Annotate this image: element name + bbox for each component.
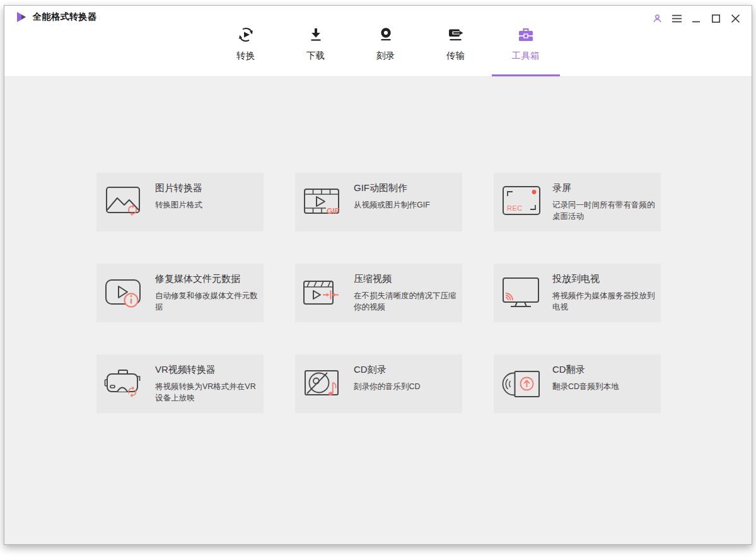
image-converter-icon (103, 184, 151, 221)
compress-video-icon (301, 275, 349, 312)
cd-rip-icon (500, 366, 548, 402)
card-cast-to-tv[interactable]: 投放到电视 将视频作为媒体服务器投放到电视 (494, 264, 661, 322)
card-image-converter[interactable]: 图片转换器 转换图片格式 (96, 173, 264, 231)
tab-burn[interactable]: 刻录 (352, 25, 420, 76)
toolbox-icon (516, 26, 535, 45)
convert-icon (236, 26, 255, 45)
card-text: VR视频转换器 将视频转换为VR格式并在VR设备上放映 (155, 354, 262, 413)
card-fix-metadata[interactable]: 修复媒体文件元数据 自动修复和修改媒体文件元数据 (96, 264, 264, 322)
tab-download[interactable]: 下载 (282, 25, 350, 76)
card-cd-burn[interactable]: CD刻录 刻录你的音乐到CD (295, 354, 462, 413)
card-desc: 转换图片格式 (155, 199, 260, 211)
card-text: CD翻录 翻录CD音频到本地 (552, 354, 660, 413)
tab-label: 转换 (236, 50, 255, 62)
tab-label: 传输 (446, 50, 465, 62)
main-nav: 转换 下载 刻录 (20, 25, 752, 76)
card-desc: 从视频或图片制作GIF (354, 199, 458, 211)
card-gif-maker[interactable]: GIF GIF动图制作 从视频或图片制作GIF (295, 173, 462, 231)
tab-convert[interactable]: 转换 (212, 25, 280, 76)
card-desc: 记录同一时间所有带有音频的桌面活动 (552, 199, 657, 222)
card-title: VR视频转换器 (155, 364, 262, 375)
tab-transfer[interactable]: 传输 (422, 25, 490, 76)
screen-recorder-icon: REC (500, 184, 548, 221)
card-title: CD翻录 (552, 364, 660, 375)
card-desc: 翻录CD音频到本地 (552, 381, 657, 392)
tab-label: 工具箱 (512, 50, 540, 62)
menu-icon[interactable] (669, 12, 684, 25)
window-controls (649, 12, 743, 25)
app-logo-icon (16, 11, 27, 23)
card-title: CD刻录 (354, 364, 461, 375)
card-text: 图片转换器 转换图片格式 (155, 173, 262, 231)
transfer-icon (446, 26, 465, 45)
card-desc: 将视频作为媒体服务器投放到电视 (552, 290, 657, 313)
tab-label: 下载 (306, 50, 325, 62)
card-text: 压缩视频 在不损失清晰度的情况下压缩你的视频 (354, 264, 461, 322)
card-title: 图片转换器 (155, 182, 262, 194)
cast-to-tv-icon (500, 275, 548, 312)
toolbox-grid: 图片转换器 转换图片格式 GIF GIF动图制作 (96, 173, 661, 413)
card-text: CD刻录 刻录你的音乐到CD (354, 354, 461, 413)
header: 全能格式转换器 (4, 6, 752, 77)
download-icon (306, 26, 325, 45)
card-title: 录屏 (552, 182, 660, 194)
card-text: 修复媒体文件元数据 自动修复和修改媒体文件元数据 (155, 264, 262, 322)
card-desc: 在不损失清晰度的情况下压缩你的视频 (354, 290, 458, 313)
card-desc: 将视频转换为VR格式并在VR设备上放映 (155, 381, 260, 404)
maximize-icon[interactable] (708, 12, 723, 25)
user-icon[interactable] (649, 12, 665, 25)
card-compress-video[interactable]: 压缩视频 在不损失清晰度的情况下压缩你的视频 (295, 264, 462, 322)
card-screen-recorder[interactable]: REC 录屏 记录同一时间所有带有音频的桌面活动 (494, 173, 661, 231)
minimize-icon[interactable] (689, 12, 704, 25)
card-vr-converter[interactable]: VR视频转换器 将视频转换为VR格式并在VR设备上放映 (96, 354, 264, 413)
app-window: 全能格式转换器 (4, 5, 752, 545)
app-title: 全能格式转换器 (33, 11, 97, 23)
close-icon[interactable] (728, 12, 743, 25)
card-desc: 自动修复和修改媒体文件元数据 (155, 290, 260, 313)
tab-label: 刻录 (376, 50, 395, 62)
card-text: GIF动图制作 从视频或图片制作GIF (354, 173, 461, 231)
card-title: 投放到电视 (552, 273, 660, 284)
tab-toolbox[interactable]: 工具箱 (492, 25, 560, 76)
svg-text:REC: REC (507, 204, 523, 211)
card-cd-rip[interactable]: CD翻录 翻录CD音频到本地 (494, 354, 661, 413)
burn-icon (376, 26, 395, 45)
card-text: 录屏 记录同一时间所有带有音频的桌面活动 (552, 173, 660, 231)
card-text: 投放到电视 将视频作为媒体服务器投放到电视 (552, 264, 660, 322)
svg-text:GIF: GIF (327, 206, 339, 215)
gif-maker-icon: GIF (301, 184, 349, 221)
card-title: 压缩视频 (354, 273, 461, 284)
titlebar: 全能格式转换器 (16, 11, 97, 23)
card-title: GIF动图制作 (354, 182, 461, 194)
card-desc: 刻录你的音乐到CD (354, 381, 458, 392)
fix-metadata-icon (103, 275, 151, 312)
vr-converter-icon (103, 366, 151, 402)
card-title: 修复媒体文件元数据 (155, 273, 262, 284)
cd-burn-icon (301, 366, 349, 402)
